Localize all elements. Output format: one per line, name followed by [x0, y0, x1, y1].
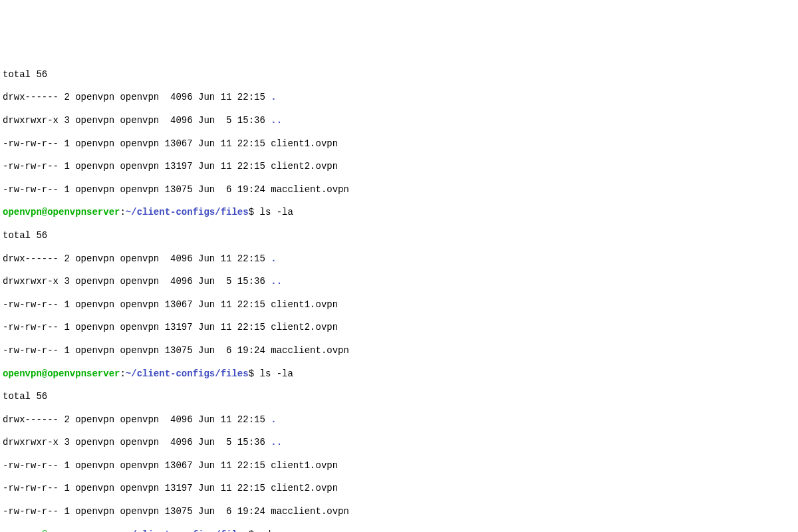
prompt-line[interactable]: openvpn@openvpnserver:~/client-configs/f…	[3, 368, 795, 380]
ls-row: -rw-rw-r-- 1 openvpn openvpn 13197 Jun 1…	[3, 322, 795, 333]
prompt-line[interactable]: openvpn@openvpnserver:~/client-configs/f…	[3, 207, 795, 218]
terminal-output[interactable]: total 56 drwx------ 2 openvpn openvpn 40…	[0, 57, 798, 532]
ls-row: -rw-rw-r-- 1 openvpn openvpn 13075 Jun 6…	[3, 506, 795, 517]
ls-total: total 56	[3, 69, 795, 80]
ls-row: -rw-rw-r-- 1 openvpn openvpn 13075 Jun 6…	[3, 345, 795, 356]
ls-row: drwxrwxr-x 3 openvpn openvpn 4096 Jun 5 …	[3, 115, 795, 126]
ls-row: drwxrwxr-x 3 openvpn openvpn 4096 Jun 5 …	[3, 437, 795, 448]
ls-row: -rw-rw-r-- 1 openvpn openvpn 13067 Jun 1…	[3, 299, 795, 311]
ls-row: -rw-rw-r-- 1 openvpn openvpn 13067 Jun 1…	[3, 138, 795, 150]
ls-row: -rw-rw-r-- 1 openvpn openvpn 13197 Jun 1…	[3, 161, 795, 172]
ls-total: total 56	[3, 230, 795, 241]
ls-row: drwx------ 2 openvpn openvpn 4096 Jun 11…	[3, 253, 795, 265]
ls-row: -rw-rw-r-- 1 openvpn openvpn 13075 Jun 6…	[3, 184, 795, 196]
ls-row: drwx------ 2 openvpn openvpn 4096 Jun 11…	[3, 414, 795, 426]
ls-row: -rw-rw-r-- 1 openvpn openvpn 13197 Jun 1…	[3, 483, 795, 494]
ls-row: drwx------ 2 openvpn openvpn 4096 Jun 11…	[3, 92, 795, 103]
prompt-line[interactable]: openvpn@openvpnserver:~/client-configs/f…	[3, 529, 795, 532]
ls-row: drwxrwxr-x 3 openvpn openvpn 4096 Jun 5 …	[3, 276, 795, 287]
ls-row: -rw-rw-r-- 1 openvpn openvpn 13067 Jun 1…	[3, 460, 795, 471]
ls-total: total 56	[3, 391, 795, 402]
